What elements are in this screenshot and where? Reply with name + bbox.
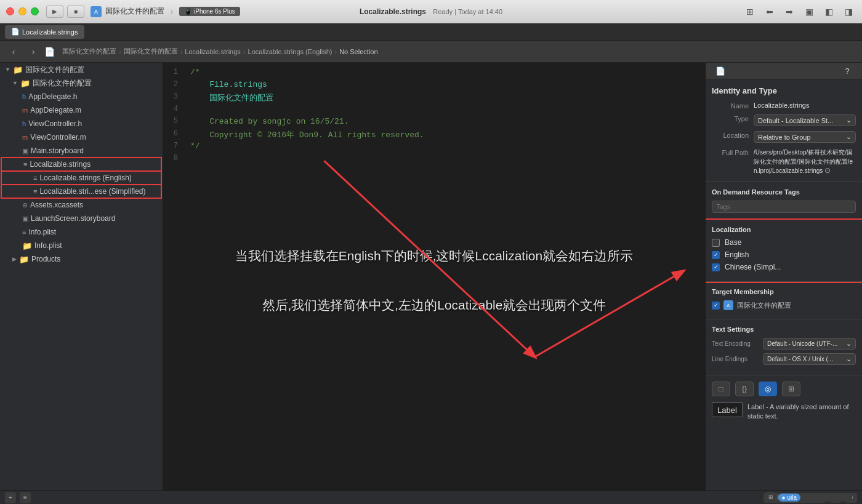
dropdown-chevron: ⌄: [846, 355, 852, 363]
fullpath-row: Full Path /Users/pro/Desktop/栋哥技术研究/国际化文…: [712, 148, 856, 175]
file-doc-icon: 📄: [44, 47, 55, 57]
editor-area: 1 /* 2 File.strings 3 国际化文件的配置 4 5 Creat…: [163, 63, 705, 504]
location-label: Location: [712, 131, 749, 139]
breadcrumb: 国际化文件的配置 › 国际化文件的配置 › Localizable.string…: [62, 47, 378, 56]
titlebar: ▶ ■ A 国际化文件的配置 › 📱 iPhone 6s Plus Locali…: [0, 0, 862, 23]
english-checkbox[interactable]: ✓: [712, 251, 720, 259]
breadcrumb-language[interactable]: Localizable.strings (English): [248, 48, 332, 55]
sidebar-item-appdelegate-h[interactable]: h AppDelegate.h: [0, 90, 163, 103]
device-badge[interactable]: 📱 iPhone 6s Plus: [179, 7, 240, 16]
statusbar-action-icon[interactable]: ≡: [20, 492, 31, 503]
line-endings-row: Line Endings Default - OS X / Unix (... …: [712, 353, 856, 365]
target-section: Target Membership ✓ A 国际化文件的配置: [706, 282, 862, 319]
sidebar-item-products[interactable]: ▶ 📁 Products: [0, 252, 163, 266]
sidebar-item-main-storyboard[interactable]: ▣ Main.storyboard: [0, 144, 163, 158]
sidebar-label: ViewController.m: [30, 133, 86, 142]
sidebar-item-appdelegate-m[interactable]: m AppDelegate.m: [0, 103, 163, 117]
on-demand-title: On Demand Resource Tags: [712, 188, 856, 196]
sidebar-toggle[interactable]: ◧: [821, 4, 836, 19]
breadcrumb-selection[interactable]: No Selection: [339, 48, 377, 55]
localization-section: Localization Base ✓ English ✓ Chinese (S…: [706, 220, 862, 282]
target-checkbox[interactable]: ✓: [712, 302, 720, 310]
forward-icon[interactable]: ➡: [782, 4, 797, 19]
supporting-folder-icon: 📁: [22, 241, 32, 250]
target-item-label: 国际化文件的配置: [737, 301, 791, 310]
view-mode-json[interactable]: {}: [735, 382, 754, 396]
sidebar-label: AppDelegate.h: [28, 92, 77, 101]
strings-sub-icon: ≡: [33, 174, 37, 182]
english-label: English: [725, 250, 749, 259]
help-icon[interactable]: ?: [839, 63, 856, 79]
maximize-button[interactable]: [31, 7, 39, 15]
view-mode-properties[interactable]: □: [712, 382, 730, 396]
tags-input[interactable]: [712, 201, 856, 213]
breadcrumb-project[interactable]: 国际化文件的配置: [62, 47, 116, 56]
line-endings-dropdown[interactable]: Default - OS X / Unix (... ⌄: [763, 353, 856, 365]
sidebar-item-localizable-chinese[interactable]: ≡ Localizable.stri...ese (Simplified): [1, 185, 161, 198]
type-dropdown[interactable]: Default - Localizable St... ⌄: [754, 114, 856, 126]
sidebar-label: Localizable.stri...ese (Simplified): [39, 187, 145, 196]
breadcrumb-group[interactable]: 国际化文件的配置: [124, 47, 178, 56]
layout-icon[interactable]: ▣: [802, 4, 816, 19]
name-value: Localizable.strings: [754, 102, 856, 109]
sidebar-label: Products: [31, 255, 60, 263]
chinese-checkbox[interactable]: ✓: [712, 263, 720, 271]
toolbar-controls: ▶ ■: [46, 6, 84, 18]
view-mode-grid[interactable]: ⊞: [782, 382, 800, 396]
sidebar-item-localizable-strings[interactable]: ≡ Localizable.strings: [1, 158, 161, 171]
statusbar-left: + ≡: [5, 492, 31, 503]
breadcrumb-file[interactable]: Localizable.strings: [185, 48, 241, 55]
project-icon: A: [91, 6, 102, 17]
dropdown-chevron: ⌄: [846, 116, 852, 124]
view-mode-circle[interactable]: ◎: [759, 382, 777, 396]
code-line: 2 File.strings: [163, 80, 705, 92]
nav-next-button[interactable]: ›: [25, 44, 42, 60]
on-demand-section: On Demand Resource Tags: [706, 182, 862, 220]
sidebar-item-viewcontroller-h[interactable]: h ViewController.h: [0, 117, 163, 130]
split-view-icon[interactable]: ⊞: [743, 4, 757, 19]
code-line: 3 国际化文件的配置: [163, 92, 705, 105]
project-info: A 国际化文件的配置 › 📱 iPhone 6s Plus: [91, 6, 240, 17]
code-editor[interactable]: 1 /* 2 File.strings 3 国际化文件的配置 4 5 Creat…: [163, 63, 705, 504]
chinese-label: Chinese (Simpl...: [725, 263, 781, 271]
sidebar-label: Info.plist: [34, 241, 62, 250]
statusbar: + ≡ 🔍 Filter ⊞ ≡ ⊞ ● uila: [0, 490, 862, 504]
run-button[interactable]: ▶: [46, 6, 63, 18]
close-button[interactable]: [6, 7, 14, 15]
fullpath-reveal-icon[interactable]: ⊙: [824, 166, 831, 175]
target-title: Target Membership: [712, 288, 856, 295]
tab-label: Localizable.strings: [22, 28, 78, 36]
encoding-value: Default - Unicode (UTF-...: [767, 340, 837, 347]
filter-bar[interactable]: [803, 493, 852, 502]
nav-prev-button[interactable]: ‹: [5, 44, 22, 60]
minimize-button[interactable]: [18, 7, 26, 15]
sidebar-item-viewcontroller-m[interactable]: m ViewController.m: [0, 130, 163, 144]
location-dropdown[interactable]: Relative to Group ⌄: [754, 131, 856, 143]
text-settings-section: Text Settings Text Encoding Default - Un…: [706, 319, 862, 375]
sidebar-group[interactable]: ▼ 📁 国际化文件的配置: [0, 76, 163, 90]
sidebar-item-assets[interactable]: ⊕ Assets.xcassets: [0, 198, 163, 212]
section-title-identity: Identity and Type: [712, 86, 856, 95]
tab-localizable-strings[interactable]: 📄 Localizable.strings: [5, 25, 84, 39]
sidebar-item-launchscreen[interactable]: ▣ LaunchScreen.storyboard: [0, 212, 163, 225]
inspector-panel: 📄 ? Identity and Type Name Localizable.s…: [705, 63, 862, 504]
base-checkbox[interactable]: [712, 239, 720, 247]
statusbar-add-icon[interactable]: +: [5, 492, 16, 503]
sidebar-item-info-plist[interactable]: ≡ Info.plist: [0, 225, 163, 239]
assets-icon: ⊕: [22, 201, 28, 209]
tab-file-icon: 📄: [11, 28, 20, 36]
inspector-toggle[interactable]: ◨: [841, 4, 856, 19]
sidebar-item-supporting-files[interactable]: 📁 Info.plist: [0, 239, 163, 252]
sidebar-label: Localizable.strings: [30, 160, 91, 169]
sidebar-project-root[interactable]: ▼ 📁 国际化文件的配置: [0, 63, 163, 76]
encoding-dropdown[interactable]: Default - Unicode (UTF-... ⌄: [763, 338, 856, 350]
back-icon[interactable]: ⬅: [762, 4, 777, 19]
uila-badge: ● uila: [778, 494, 800, 502]
file-inspector-icon[interactable]: 📄: [712, 63, 729, 79]
code-line: 4: [163, 105, 705, 117]
sidebar-item-localizable-english[interactable]: ≡ Localizable.strings (English): [1, 171, 161, 185]
storyboard-icon: ▣: [22, 215, 28, 223]
main-layout: ▼ 📁 国际化文件的配置 ▼ 📁 国际化文件的配置 h AppDelegate.…: [0, 63, 862, 504]
target-app-icon: A: [723, 300, 733, 310]
stop-button[interactable]: ■: [67, 6, 84, 18]
